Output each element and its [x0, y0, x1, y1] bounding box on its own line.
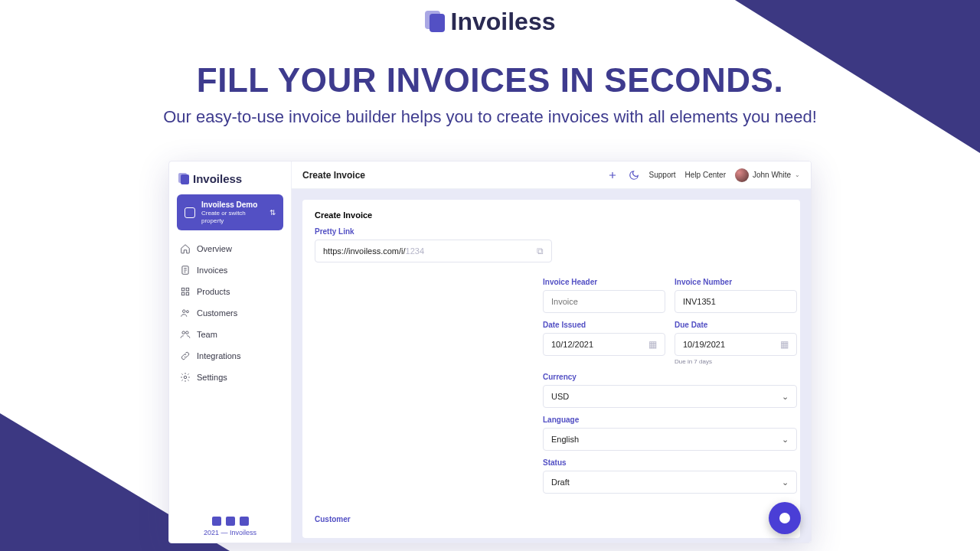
- chevron-down-icon: ⌄: [782, 392, 789, 402]
- topbar: Create Invoice Support Help Center John …: [292, 161, 811, 189]
- pretty-link-label: Pretty Link: [315, 227, 552, 236]
- sidebar-brand: Invoiless: [177, 171, 283, 194]
- svg-point-5: [183, 310, 186, 313]
- date-issued-value: 10/12/2021: [551, 340, 593, 349]
- sidebar: Invoiless Invoiless Demo Create or switc…: [169, 161, 292, 543]
- nav-label: Team: [197, 330, 217, 339]
- content-area: Create Invoice Pretty Link https://invoi…: [292, 189, 811, 543]
- footer-text: 2021 — Invoiless: [177, 529, 283, 536]
- support-link[interactable]: Support: [649, 171, 676, 179]
- chevron-down-icon: ⌄: [782, 478, 789, 487]
- calendar-icon[interactable]: ▦: [780, 339, 789, 350]
- language-value: English: [551, 435, 579, 444]
- app-window: Invoiless Invoiless Demo Create or switc…: [168, 161, 812, 543]
- due-date-value: 10/19/2021: [683, 340, 725, 349]
- property-switcher[interactable]: Invoiless Demo Create or switch property…: [177, 194, 283, 230]
- team-icon: [180, 329, 191, 340]
- updown-icon: ⇅: [270, 208, 276, 217]
- svg-rect-3: [181, 292, 185, 295]
- hero-subhead: Our easy-to-use invoice builder helps yo…: [0, 107, 980, 127]
- sidebar-item-team[interactable]: Team: [177, 324, 283, 345]
- pretty-link-placeholder: 1234: [406, 246, 424, 256]
- sidebar-item-products[interactable]: Products: [177, 281, 283, 302]
- nav-label: Overview: [197, 244, 232, 253]
- hero-headline: FILL YOUR INVOICES IN SECONDS.: [0, 61, 980, 99]
- sidebar-item-overview[interactable]: Overview: [177, 238, 283, 259]
- cube-icon: [185, 207, 195, 218]
- logo-icon: [178, 173, 189, 185]
- svg-rect-4: [186, 292, 189, 295]
- invoice-icon: [180, 265, 191, 276]
- svg-point-8: [186, 331, 189, 334]
- date-issued-input[interactable]: 10/12/2021 ▦: [543, 333, 665, 356]
- nav-label: Integrations: [197, 351, 240, 360]
- status-label: Status: [543, 458, 797, 467]
- switcher-title: Invoiless Demo: [201, 201, 263, 210]
- language-select[interactable]: English ⌄: [543, 428, 797, 451]
- status-value: Draft: [551, 478, 570, 487]
- sidebar-item-invoices[interactable]: Invoices: [177, 259, 283, 281]
- invoice-form-card: Create Invoice Pretty Link https://invoi…: [302, 200, 800, 538]
- nav-label: Products: [197, 287, 230, 296]
- home-icon: [180, 243, 191, 254]
- copy-icon[interactable]: ⧉: [537, 246, 544, 256]
- invoice-header-label: Invoice Header: [543, 278, 665, 286]
- user-name: John White: [753, 171, 791, 179]
- avatar: [735, 168, 749, 182]
- chat-widget[interactable]: [769, 502, 801, 534]
- currency-label: Currency: [543, 373, 797, 381]
- twitter-icon[interactable]: [212, 517, 221, 526]
- sidebar-item-integrations[interactable]: Integrations: [177, 345, 283, 367]
- invoice-number-field[interactable]: [683, 297, 789, 306]
- brand-logo: Invoiless: [425, 8, 556, 36]
- card-title: Create Invoice: [315, 210, 788, 220]
- currency-value: USD: [551, 392, 569, 401]
- sidebar-item-customers[interactable]: Customers: [177, 302, 283, 324]
- due-date-label: Due Date: [675, 321, 797, 329]
- facebook-icon[interactable]: [226, 517, 235, 526]
- switcher-subtitle: Create or switch property: [201, 210, 263, 224]
- nav-label: Invoices: [197, 266, 227, 275]
- add-button[interactable]: [606, 169, 619, 181]
- pretty-link-input[interactable]: https://invoiless.com/i/1234 ⧉: [315, 240, 552, 262]
- invoice-header-field[interactable]: [551, 297, 657, 306]
- brand-name: Invoiless: [451, 8, 556, 36]
- due-date-input[interactable]: 10/19/2021 ▦: [675, 333, 797, 356]
- svg-point-7: [182, 331, 185, 334]
- nav-label: Customers: [197, 308, 237, 318]
- user-menu[interactable]: John White ⌄: [735, 168, 800, 182]
- sidebar-brand-name: Invoiless: [193, 172, 242, 185]
- sidebar-nav: Overview Invoices Products Customers Tea…: [177, 238, 283, 388]
- social-links: [177, 517, 283, 526]
- grid-icon: [180, 286, 191, 297]
- date-issued-label: Date Issued: [543, 321, 665, 329]
- chevron-down-icon: ⌄: [782, 435, 789, 445]
- logo-icon: [425, 11, 445, 34]
- chat-icon: [779, 513, 790, 523]
- language-label: Language: [543, 416, 797, 424]
- page-title: Create Invoice: [302, 170, 365, 181]
- due-hint: Due in 7 days: [675, 358, 797, 365]
- chevron-down-icon: ⌄: [795, 171, 800, 178]
- customer-label: Customer: [315, 515, 788, 523]
- invoice-number-input[interactable]: [675, 290, 797, 313]
- calendar-icon[interactable]: ▦: [648, 339, 657, 350]
- invoice-header-input[interactable]: [543, 290, 665, 313]
- dark-mode-toggle[interactable]: [628, 169, 640, 181]
- gear-icon: [180, 372, 191, 383]
- status-select[interactable]: Draft ⌄: [543, 471, 797, 494]
- link-icon: [180, 350, 191, 361]
- svg-rect-1: [181, 289, 185, 292]
- help-center-link[interactable]: Help Center: [685, 171, 726, 179]
- invoice-number-label: Invoice Number: [675, 278, 797, 286]
- svg-point-6: [186, 311, 188, 313]
- nav-label: Settings: [197, 373, 227, 382]
- currency-select[interactable]: USD ⌄: [543, 385, 797, 408]
- svg-point-9: [184, 376, 187, 379]
- sidebar-item-settings[interactable]: Settings: [177, 367, 283, 388]
- users-icon: [180, 308, 191, 318]
- svg-rect-2: [186, 289, 189, 292]
- pretty-link-prefix: https://invoiless.com/i/: [323, 246, 406, 256]
- linkedin-icon[interactable]: [240, 517, 249, 526]
